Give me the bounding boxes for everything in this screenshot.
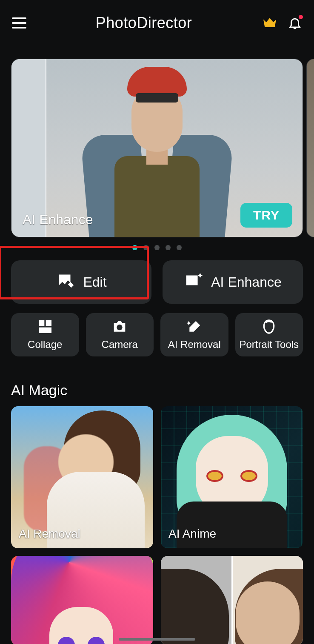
svg-rect-0 <box>39 320 44 326</box>
collage-button[interactable]: Collage <box>11 313 79 356</box>
hero-carousel[interactable]: AI Enhance TRY <box>0 46 314 250</box>
card-label: AI Anime <box>168 527 216 541</box>
ai-magic-grid: AI Removal AI Anime <box>0 406 314 644</box>
edit-label: Edit <box>83 274 106 290</box>
hero-card-ai-enhance[interactable]: AI Enhance TRY <box>11 59 303 237</box>
svg-rect-1 <box>46 320 51 326</box>
home-indicator <box>119 638 195 641</box>
section-title-ai-magic: AI Magic <box>0 356 314 406</box>
notifications-button[interactable] <box>288 16 302 30</box>
edit-button[interactable]: Edit <box>11 260 151 304</box>
carousel-pager[interactable] <box>11 245 303 250</box>
primary-actions-row: Edit AI Enhance <box>0 250 314 304</box>
app-header: PhotoDirector <box>0 0 314 46</box>
pager-dot[interactable] <box>154 245 160 250</box>
collage-icon <box>37 319 54 334</box>
card-ai-art[interactable] <box>11 556 153 644</box>
card-ai-anime[interactable]: AI Anime <box>161 406 303 548</box>
pager-dot[interactable] <box>166 245 171 250</box>
camera-icon <box>111 319 128 334</box>
card-ai-headshot[interactable] <box>161 556 303 644</box>
try-button[interactable]: TRY <box>240 203 292 228</box>
app-title: PhotoDirector <box>26 14 261 32</box>
camera-button[interactable]: Camera <box>86 313 154 356</box>
ai-removal-button[interactable]: AI Removal <box>160 313 228 356</box>
notification-dot <box>299 15 303 19</box>
pager-dot[interactable] <box>143 245 148 250</box>
portrait-tools-button[interactable]: Portrait Tools <box>235 313 303 356</box>
image-sparkle-icon <box>184 271 203 294</box>
collage-label: Collage <box>28 339 62 350</box>
card-ai-removal[interactable]: AI Removal <box>11 406 153 548</box>
portrait-label: Portrait Tools <box>239 339 299 350</box>
menu-button[interactable] <box>12 17 26 28</box>
face-icon <box>260 319 277 334</box>
svg-rect-2 <box>39 328 51 333</box>
tools-row: Collage Camera AI Removal Portrait Tools <box>0 304 314 356</box>
pager-dot[interactable] <box>132 245 137 250</box>
hero-next-peek[interactable] <box>306 59 314 237</box>
ai-enhance-button[interactable]: AI Enhance <box>163 260 303 304</box>
ai-enhance-label: AI Enhance <box>211 274 281 290</box>
svg-point-3 <box>117 325 123 330</box>
hero-feature-label: AI Enhance <box>23 212 93 228</box>
card-label: AI Removal <box>19 527 80 541</box>
image-edit-icon <box>56 271 75 294</box>
ai-removal-label: AI Removal <box>168 339 221 350</box>
eraser-sparkle-icon <box>186 319 203 334</box>
pager-dot[interactable] <box>177 245 182 250</box>
camera-label: Camera <box>102 339 138 350</box>
crown-icon[interactable] <box>261 14 278 31</box>
